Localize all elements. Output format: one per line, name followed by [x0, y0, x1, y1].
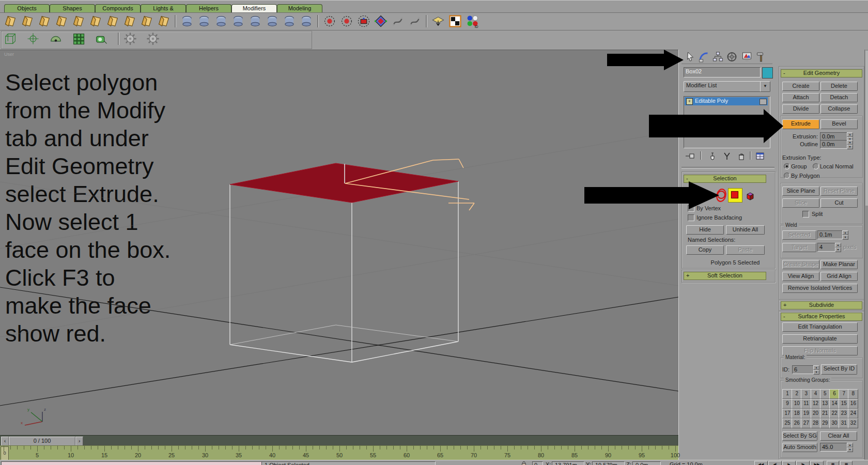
gear-icon[interactable] — [123, 32, 137, 46]
utilities-tab[interactable] — [755, 51, 767, 63]
tab-helpers[interactable]: Helpers — [186, 4, 231, 13]
cut-button[interactable]: Cut — [820, 198, 858, 208]
modifier-list-dropdown[interactable]: Modifier List — [684, 81, 762, 92]
tab-shapes[interactable]: Shapes — [50, 4, 95, 13]
smoothing-group-31[interactable]: 31 — [839, 419, 849, 428]
noise-icon[interactable] — [54, 14, 69, 28]
divide-button[interactable]: Divide — [782, 104, 819, 114]
paste-button[interactable]: Paste — [726, 245, 765, 255]
element-subobject-icon[interactable] — [745, 190, 756, 202]
surface-align-icon[interactable] — [431, 14, 445, 28]
remove-modifier-icon[interactable] — [736, 151, 747, 161]
collapse-button[interactable]: Collapse — [820, 104, 858, 114]
outline-field[interactable]: 0.0m — [820, 140, 848, 149]
viewport-label[interactable]: User — [4, 52, 14, 57]
next-frame-arrow[interactable]: › — [75, 437, 83, 446]
configure-modifier-icon[interactable] — [755, 151, 765, 161]
select-by-id-button[interactable]: Select By ID — [821, 364, 857, 375]
gear-icon-2[interactable] — [146, 32, 160, 46]
border-subobject-icon[interactable] — [716, 189, 727, 200]
grid-helper-icon[interactable] — [71, 32, 86, 46]
smoothing-group-16[interactable]: 16 — [848, 399, 858, 409]
material-id-icon[interactable]: ID — [465, 14, 479, 28]
smoothing-group-19[interactable]: 19 — [801, 409, 811, 419]
panel-scrollbar[interactable] — [864, 50, 868, 460]
display-tab[interactable] — [741, 51, 753, 63]
object-color-swatch[interactable] — [762, 67, 773, 79]
material-id-spinner[interactable] — [813, 365, 819, 374]
extrude-modifier-icon[interactable] — [180, 14, 194, 28]
vertex-paint-icon[interactable] — [299, 14, 314, 28]
play-button[interactable]: ▶ — [782, 461, 796, 465]
extrude-button[interactable]: Extrude — [782, 119, 819, 129]
y-coordinate-field[interactable]: 19.579m — [592, 461, 625, 465]
viewport[interactable]: User Select polygonfrom the Modifytab an… — [0, 50, 678, 436]
tab-modeling[interactable]: Modeling — [277, 4, 322, 13]
key-mode-button[interactable]: ▦ — [827, 461, 839, 465]
point-helper-icon[interactable] — [26, 32, 40, 46]
ignore-backfacing-checkbox[interactable] — [688, 214, 694, 221]
weld-selected-button[interactable]: Selected — [782, 230, 816, 240]
extrusion-spinner[interactable] — [847, 132, 853, 141]
motion-tab[interactable] — [726, 51, 738, 63]
selection-lock-icon[interactable] — [521, 461, 527, 465]
tab-modifiers[interactable]: Modifiers — [231, 4, 277, 13]
subdivide-header[interactable]: +Subdivide — [781, 301, 862, 309]
smoothing-group-28[interactable]: 28 — [811, 419, 821, 428]
slice-plane-button[interactable]: Slice Plane — [782, 187, 819, 196]
smoothing-group-8[interactable]: 8 — [848, 389, 858, 399]
create-button[interactable]: Create — [782, 82, 819, 91]
weld-target-field[interactable]: 4 — [817, 243, 836, 252]
unhide-all-button[interactable]: Unhide All — [726, 225, 765, 235]
z-coordinate-field[interactable]: 0.0m — [632, 461, 661, 465]
stack-item-editable-poly[interactable]: + Editable Poly — [685, 97, 768, 105]
show-end-result-icon[interactable] — [707, 151, 718, 161]
smoothing-group-12[interactable]: 12 — [811, 399, 821, 409]
weld-threshold-spinner[interactable] — [842, 230, 848, 239]
wave-icon[interactable] — [157, 14, 171, 28]
smoothing-group-4[interactable]: 4 — [811, 389, 821, 399]
delete-button[interactable]: Delete — [820, 82, 858, 91]
bevel-button[interactable]: Bevel — [820, 119, 858, 129]
track-bar[interactable]: 0 51015202530354045505560657075808590951… — [0, 445, 678, 460]
smoothing-group-25[interactable]: 25 — [782, 419, 793, 428]
selection-rollout-header[interactable]: -Selection — [684, 175, 766, 183]
spline-ik-icon[interactable] — [391, 14, 405, 28]
auto-smooth-field[interactable]: 45.0 — [820, 443, 848, 452]
expand-icon[interactable]: + — [686, 98, 693, 105]
create-tab[interactable] — [685, 51, 696, 63]
vertex-subobject-icon[interactable] — [688, 189, 699, 200]
edit-triangulation-button[interactable]: Edit Triangulation — [782, 322, 858, 332]
relax-icon[interactable] — [122, 14, 137, 28]
go-to-end-button[interactable]: ▶▶ — [810, 461, 824, 465]
wireframe-box-icon[interactable] — [3, 32, 18, 46]
smoothing-group-1[interactable]: 1 — [782, 389, 793, 399]
uvw-checker-icon[interactable] — [448, 14, 462, 28]
auto-smooth-spinner[interactable] — [847, 443, 853, 451]
pin-stack-icon[interactable] — [685, 151, 695, 161]
previous-frame-arrow[interactable]: ‹ — [1, 437, 9, 446]
grid-align-button[interactable]: Grid Align — [820, 272, 858, 281]
smoothing-group-3[interactable]: 3 — [801, 389, 811, 399]
smoothing-group-2[interactable]: 2 — [792, 389, 802, 399]
smoothing-group-5[interactable]: 5 — [820, 389, 830, 399]
polygon-subobject-active[interactable] — [728, 188, 742, 203]
go-to-start-button[interactable]: ◀◀ — [754, 461, 768, 465]
smoothing-group-17[interactable]: 17 — [782, 409, 793, 419]
x-coordinate-field[interactable]: 13.791m — [552, 461, 584, 465]
smoothing-group-22[interactable]: 22 — [829, 409, 840, 419]
tab-lights-cameras[interactable]: Lights & Cameras — [141, 4, 186, 13]
object-name-field[interactable]: Box02 — [684, 67, 761, 78]
smoothing-group-23[interactable]: 23 — [839, 409, 849, 419]
smoothing-group-21[interactable]: 21 — [820, 409, 830, 419]
ffd-cage-icon[interactable] — [339, 14, 354, 28]
lattice-icon[interactable] — [374, 14, 388, 28]
smoothing-group-9[interactable]: 9 — [782, 399, 793, 409]
smoothing-group-10[interactable]: 10 — [792, 399, 802, 409]
attach-button[interactable]: Attach — [782, 93, 819, 102]
surface-properties-header[interactable]: -Surface Properties — [781, 313, 862, 321]
make-planar-button[interactable]: Make Planar — [820, 260, 858, 269]
slice-button[interactable]: Slice — [782, 198, 819, 208]
weld-target-button[interactable]: Target — [782, 243, 816, 252]
remove-isolated-vertices-button[interactable]: Remove Isolated Vertices — [782, 284, 858, 293]
